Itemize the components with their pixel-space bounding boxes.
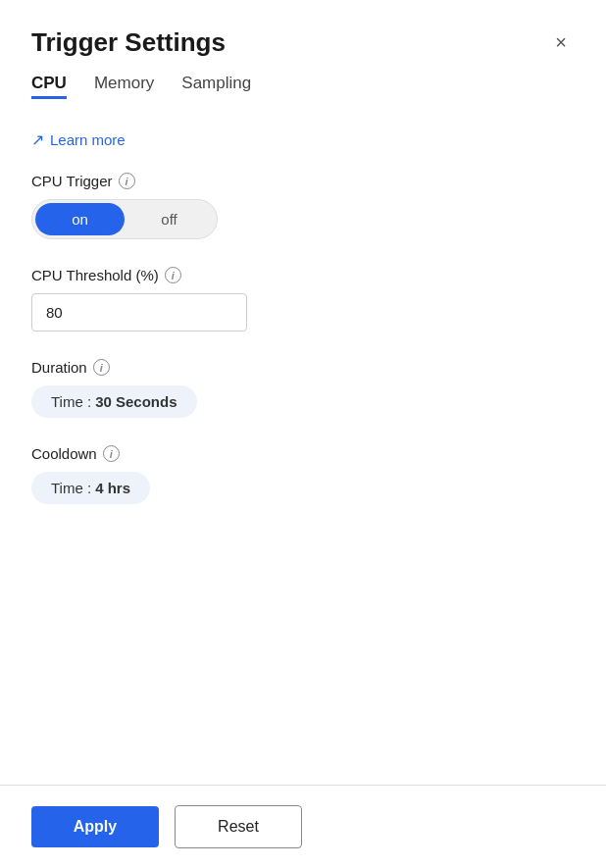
dialog-header: Trigger Settings ×	[0, 0, 606, 74]
tab-bar: CPU Memory Sampling	[0, 74, 606, 99]
cpu-threshold-section: CPU Threshold (%) i	[31, 267, 575, 332]
duration-label: Duration	[31, 359, 87, 376]
cooldown-time-value: 4 hrs	[95, 480, 130, 496]
cpu-threshold-input[interactable]	[31, 293, 247, 332]
toggle-on-option[interactable]: on	[35, 203, 125, 235]
tab-cpu[interactable]: CPU	[31, 74, 67, 99]
tab-memory[interactable]: Memory	[94, 74, 154, 99]
duration-time-value: 30 Seconds	[95, 393, 177, 410]
close-button[interactable]: ×	[547, 27, 575, 58]
duration-time-prefix: Time :	[51, 393, 91, 410]
dialog-title: Trigger Settings	[31, 27, 226, 58]
duration-info-icon[interactable]: i	[93, 359, 110, 376]
duration-time-pill[interactable]: Time : 30 Seconds	[31, 385, 197, 418]
toggle-off-option[interactable]: off	[125, 203, 214, 235]
cpu-trigger-toggle[interactable]: on off	[31, 199, 218, 239]
dialog-content: ↗ Learn more CPU Trigger i on off CPU Th…	[0, 107, 606, 785]
cpu-threshold-label: CPU Threshold (%)	[31, 267, 159, 283]
dialog-footer: Apply Reset	[0, 785, 606, 868]
duration-label-row: Duration i	[31, 359, 575, 376]
cooldown-time-pill[interactable]: Time : 4 hrs	[31, 472, 150, 504]
cooldown-label: Cooldown	[31, 445, 97, 462]
learn-more-link[interactable]: Learn more	[50, 131, 126, 148]
cpu-threshold-label-row: CPU Threshold (%) i	[31, 267, 575, 283]
external-link-icon: ↗	[31, 130, 44, 149]
cooldown-section: Cooldown i Time : 4 hrs	[31, 445, 575, 504]
cooldown-label-row: Cooldown i	[31, 445, 575, 462]
reset-button[interactable]: Reset	[175, 805, 302, 848]
trigger-settings-dialog: Trigger Settings × CPU Memory Sampling ↗…	[0, 0, 606, 868]
cooldown-time-prefix: Time :	[51, 480, 91, 496]
cpu-trigger-label-row: CPU Trigger i	[31, 173, 575, 189]
cpu-trigger-label: CPU Trigger	[31, 173, 113, 189]
learn-more-row: ↗ Learn more	[31, 130, 575, 149]
cpu-trigger-section: CPU Trigger i on off	[31, 173, 575, 239]
cpu-trigger-info-icon[interactable]: i	[119, 173, 135, 189]
tab-sampling[interactable]: Sampling	[181, 74, 251, 99]
cpu-threshold-info-icon[interactable]: i	[165, 267, 181, 283]
apply-button[interactable]: Apply	[31, 806, 159, 847]
cooldown-info-icon[interactable]: i	[103, 445, 120, 462]
duration-section: Duration i Time : 30 Seconds	[31, 359, 575, 418]
